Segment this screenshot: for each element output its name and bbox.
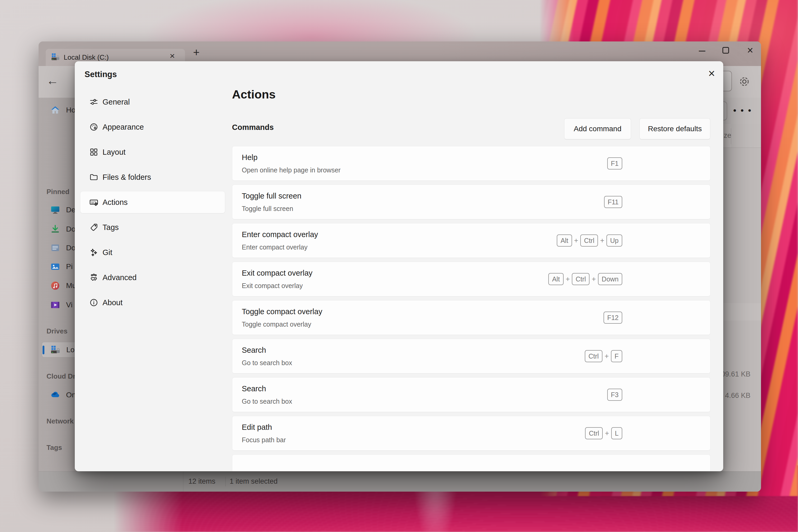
key-badge: Ctrl — [585, 350, 602, 362]
nav-item-appearance[interactable]: Appearance — [80, 116, 225, 138]
home-icon — [50, 105, 60, 115]
pictures-icon — [50, 262, 60, 272]
command-description: Toggle compact overlay — [242, 321, 311, 328]
shortcut-keys: Ctrl + L — [585, 416, 622, 451]
nav-item-general[interactable]: General — [80, 91, 225, 113]
command-title: Toggle full screen — [242, 192, 302, 201]
shortcut-keys: F12 — [603, 301, 622, 335]
sidebar-item-label: On — [66, 391, 76, 399]
nav-item-label: Tags — [103, 223, 119, 232]
column-divider[interactable] — [731, 128, 731, 144]
shortcut-keys: Alt + Ctrl + Up — [557, 223, 622, 258]
command-row-search-f3[interactable]: Search Go to search box F3 — [232, 377, 710, 412]
documents-icon — [50, 243, 60, 253]
key-badge: Ctrl — [580, 234, 598, 247]
command-row-exit-compact-overlay[interactable]: Exit compact overlay Exit compact overla… — [232, 262, 710, 297]
nav-item-tags[interactable]: Tags — [80, 216, 225, 239]
command-row-toggle-compact-overlay[interactable]: Toggle compact overlay Toggle compact ov… — [232, 300, 710, 335]
command-title: Edit path — [242, 423, 272, 432]
drive-icon — [51, 345, 60, 355]
status-divider — [225, 477, 226, 486]
maximize-button[interactable] — [719, 43, 733, 57]
command-description: Open online help page in browser — [242, 166, 341, 174]
selection-accent-bar — [42, 346, 44, 354]
sidebar-section-network: Network — [47, 417, 74, 425]
command-title: Search — [242, 384, 266, 393]
nav-item-label: Actions — [103, 198, 128, 207]
videos-icon — [50, 300, 60, 310]
plus-separator: + — [600, 236, 604, 245]
shortcut-keys: F11 — [604, 185, 622, 219]
sidebar-section-tags: Tags — [47, 443, 62, 452]
new-tab-button[interactable]: + — [190, 46, 203, 59]
items-count: 12 items — [188, 477, 215, 486]
file-size-value: 4.66 KB — [725, 392, 750, 400]
key-badge: F1 — [607, 157, 622, 170]
close-button[interactable]: × — [743, 43, 757, 57]
file-size-value: 09.61 KB — [721, 370, 750, 378]
sidebar-section-pinned: Pinned — [47, 188, 70, 196]
nav-item-label: Appearance — [103, 123, 144, 132]
sidebar-item-label: Ho — [66, 106, 76, 114]
command-row-partial[interactable] — [232, 454, 710, 471]
tag-icon — [89, 223, 98, 232]
status-bar: 12 items 1 item selected — [39, 471, 761, 492]
command-title: Toggle compact overlay — [242, 307, 322, 316]
nav-item-actions[interactable]: Actions — [80, 191, 225, 213]
plus-separator: + — [592, 275, 596, 283]
desktop: Local Disk (C:) × + – × ← • • • — [0, 0, 798, 532]
onedrive-icon — [50, 390, 60, 400]
nav-item-layout[interactable]: Layout — [80, 141, 225, 163]
palette-icon — [89, 122, 98, 132]
tab-close-icon[interactable]: × — [166, 51, 178, 61]
info-icon — [89, 298, 98, 307]
nav-item-about[interactable]: About — [80, 291, 225, 314]
nav-item-label: Files & folders — [103, 173, 151, 182]
add-command-button[interactable]: Add command — [564, 118, 631, 139]
command-row-search[interactable]: Search Go to search box Ctrl + F — [232, 339, 710, 374]
key-badge: L — [611, 427, 622, 439]
size-column-header[interactable]: ze — [724, 132, 731, 140]
keyboard-gear-icon — [89, 198, 98, 207]
folder-icon — [89, 173, 98, 182]
minimize-button[interactable]: – — [695, 43, 709, 57]
key-badge: Alt — [548, 273, 563, 285]
sidebar-item-label: Vi — [66, 301, 72, 309]
command-row-enter-compact-overlay[interactable]: Enter compact overlay Enter compact over… — [232, 223, 710, 258]
nav-item-git[interactable]: Git — [80, 241, 225, 264]
shortcut-keys: Alt + Ctrl + Down — [548, 262, 622, 296]
command-row-edit-path[interactable]: Edit path Focus path bar Ctrl + L — [232, 416, 710, 451]
key-badge: Down — [598, 273, 622, 285]
more-options-icon[interactable]: • • • — [733, 106, 752, 115]
settings-gear-icon[interactable] — [738, 75, 751, 88]
sidebar-item-label: De — [66, 206, 76, 214]
sliders-icon — [89, 97, 98, 107]
nav-item-files-folders[interactable]: Files & folders — [80, 166, 225, 188]
sidebar-section-cloud-drives: Cloud Dri — [47, 372, 77, 380]
commands-section-title: Commands — [232, 123, 274, 132]
nav-item-label: About — [103, 298, 123, 307]
command-description: Go to search box — [242, 359, 292, 367]
dialog-title: Settings — [85, 70, 117, 79]
settings-dialog: Settings × General Appearance — [75, 61, 723, 471]
selection-count: 1 item selected — [230, 477, 278, 486]
key-badge: Ctrl — [572, 273, 590, 285]
shortcut-keys: F1 — [607, 146, 622, 180]
command-row-help[interactable]: Help Open online help page in browser F1 — [232, 146, 710, 181]
restore-defaults-button[interactable]: Restore defaults — [639, 118, 710, 139]
command-row-toggle-full-screen[interactable]: Toggle full screen Toggle full screen F1… — [232, 185, 710, 220]
plus-separator: + — [574, 236, 578, 245]
sidebar-item-label: Do — [66, 225, 76, 233]
command-title: Enter compact overlay — [242, 230, 318, 239]
nav-item-label: Advanced — [103, 273, 137, 282]
sidebar-item-label: Pi — [66, 262, 73, 271]
key-badge: F12 — [603, 311, 622, 324]
commands-list: Help Open online help page in browser F1… — [232, 146, 710, 471]
community-icon — [89, 273, 98, 282]
key-badge: F — [611, 350, 622, 362]
shortcut-keys: F3 — [607, 378, 622, 412]
back-button[interactable]: ← — [47, 73, 59, 88]
downloads-icon — [50, 224, 60, 234]
nav-item-advanced[interactable]: Advanced — [80, 266, 225, 289]
command-description: Toggle full screen — [242, 205, 293, 212]
